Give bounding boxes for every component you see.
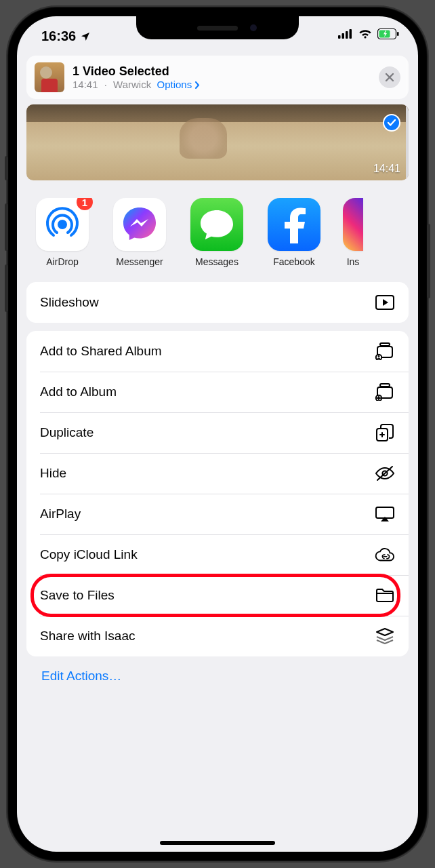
volume-down-button [5,264,8,312]
status-time-area: 16:36 [41,28,91,44]
front-camera [250,24,257,31]
options-label: Options [157,79,192,90]
edit-actions-label: Edit Actions… [41,669,121,683]
screen: 16:36 1 Video Selected 14:41 · Warwick O… [17,16,418,852]
options-button[interactable]: Options [157,79,201,90]
app-messages[interactable]: Messages [188,198,246,267]
home-indicator[interactable] [160,841,275,845]
notch [136,16,299,39]
video-duration: 14:41 [373,163,400,175]
close-icon [385,73,394,82]
action-copy-icloud[interactable]: Copy iCloud Link [26,534,409,575]
action-label: Duplicate [40,425,94,440]
svg-rect-18 [376,507,394,518]
eye-slash-icon [375,465,395,482]
app-instagram[interactable]: Ins [342,198,364,267]
cloud-link-icon [375,546,395,564]
cellular-signal-icon [338,29,353,39]
svg-rect-3 [350,29,352,39]
actions-section: Slideshow Add to Shared Album Add to Alb… [26,282,409,692]
stack-icon [375,627,395,645]
selection-checkmark-icon [383,114,400,132]
volume-up-button [5,203,8,251]
action-label: Copy iCloud Link [40,547,138,562]
messages-icon [190,198,243,251]
airplay-icon [375,505,395,523]
app-label: Messages [188,256,246,267]
airdrop-icon: 1 [36,198,89,251]
chevron-right-icon [194,81,201,89]
app-facebook[interactable]: Facebook [265,198,323,267]
actions-group-1: Slideshow [26,282,409,323]
separator: · [104,79,107,90]
facebook-icon [268,198,320,251]
action-hide[interactable]: Hide [26,453,409,494]
status-time: 16:36 [41,28,76,44]
duplicate-icon [375,424,395,441]
speaker-grille [197,26,238,31]
action-label: Save to Files [40,588,115,603]
action-share-isaac[interactable]: Share with Isaac [26,616,409,656]
actions-group-2: Add to Shared Album Add to Album Duplica… [26,331,409,656]
location-arrow-icon [80,31,91,42]
mute-switch [5,156,8,180]
power-button [427,224,430,298]
action-label: Add to Shared Album [40,344,162,359]
selection-location: Warwick [113,79,151,90]
svg-rect-6 [397,32,399,36]
svg-point-12 [378,355,380,357]
edit-actions-button[interactable]: Edit Actions… [26,656,409,692]
messenger-icon [113,198,166,251]
video-preview[interactable]: 14:41 [26,104,409,180]
wifi-icon [358,29,372,39]
selection-subtitle: 14:41 · Warwick Options [72,79,371,90]
next-preview-peek [406,104,409,180]
svg-rect-10 [380,343,390,346]
action-label: Slideshow [40,295,99,310]
svg-rect-2 [346,31,348,39]
status-right [338,28,399,39]
action-airplay[interactable]: AirPlay [26,494,409,534]
app-label: Facebook [265,256,323,267]
action-label: Hide [40,466,66,481]
battery-icon [377,28,399,39]
airdrop-badge: 1 [77,198,93,210]
app-airdrop[interactable]: 1 AirDrop [33,198,91,267]
selection-title: 1 Video Selected [72,64,371,79]
preview-content [180,118,227,159]
app-label: Ins [342,256,364,267]
instagram-icon [343,198,363,251]
folder-icon [375,587,395,604]
add-album-icon [375,383,395,401]
play-rect-icon [375,294,395,311]
svg-point-7 [58,220,67,229]
action-label: Share with Isaac [40,629,135,644]
app-label: Messenger [110,256,169,267]
phone-frame: 16:36 1 Video Selected 14:41 · Warwick O… [7,7,428,861]
share-sheet-header: 1 Video Selected 14:41 · Warwick Options [26,56,409,99]
svg-rect-0 [338,35,341,39]
action-label: AirPlay [40,507,81,521]
action-add-album[interactable]: Add to Album [26,372,409,412]
action-label: Add to Album [40,384,117,399]
close-button[interactable] [379,66,400,88]
app-label: AirDrop [33,256,91,267]
action-add-shared-album[interactable]: Add to Shared Album [26,331,409,372]
share-apps-row[interactable]: 1 AirDrop Messenger [17,198,418,277]
action-duplicate[interactable]: Duplicate [26,412,409,453]
shared-album-icon [375,342,395,360]
action-slideshow[interactable]: Slideshow [26,282,409,323]
header-texts: 1 Video Selected 14:41 · Warwick Options [72,64,371,90]
selection-thumbnail [35,62,64,92]
svg-rect-14 [380,384,390,387]
app-messenger[interactable]: Messenger [110,198,169,267]
selection-time: 14:41 [72,79,98,90]
action-save-files[interactable]: Save to Files [26,575,409,616]
svg-rect-1 [342,33,345,39]
